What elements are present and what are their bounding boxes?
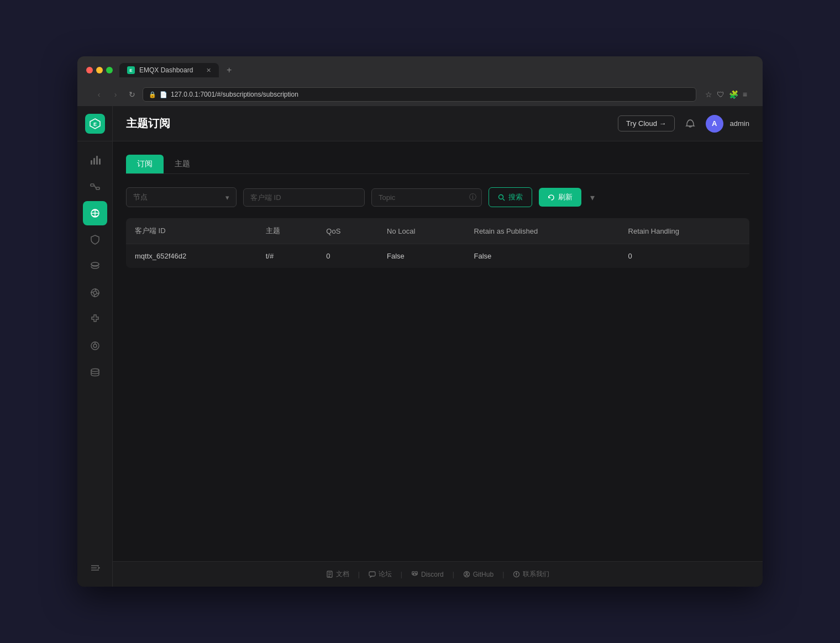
address-bar[interactable]: 🔒 📄 127.0.0.1:7001/#/subscriptions/subsc… [143, 87, 696, 102]
col-qos: QoS [317, 218, 378, 244]
browser-titlebar: E EMQX Dashboard ✕ + [86, 63, 754, 77]
extension-icon[interactable]: 🧩 [729, 90, 738, 99]
minimize-button[interactable] [96, 67, 103, 73]
svg-text:E: E [93, 122, 96, 127]
footer-link-forum[interactable]: 论坛 [369, 570, 392, 579]
footer-divider-4: | [502, 571, 504, 578]
svg-point-22 [499, 194, 503, 199]
browser-toolbar-icons: ☆ 🛡 🧩 ≡ [705, 90, 747, 99]
tab-navigation: 订阅 主题 [126, 155, 749, 174]
bookmark-icon[interactable]: ☆ [705, 90, 712, 99]
sidebar-logo: E [77, 106, 113, 141]
topic-filter: ⓘ [371, 188, 482, 207]
footer-discord-label: Discord [421, 571, 444, 578]
svg-rect-2 [91, 160, 92, 165]
sidebar-nav [83, 141, 107, 549]
sidebar-item-connection[interactable] [83, 175, 107, 199]
url-display: 127.0.0.1:7001/#/subscriptions/subscript… [171, 91, 298, 98]
user-avatar: A [706, 115, 723, 133]
col-client-id: 客户端 ID [126, 218, 257, 244]
footer-github-label: GitHub [473, 571, 494, 578]
sidebar-item-monitor[interactable] [83, 148, 107, 172]
back-button[interactable]: ‹ [93, 90, 105, 99]
svg-point-18 [91, 369, 99, 372]
node-select[interactable]: 节点 ▾ [126, 187, 237, 207]
sidebar-item-security[interactable] [83, 228, 107, 252]
sidebar-item-settings[interactable] [83, 281, 107, 305]
tab-title: EMQX Dashboard [139, 66, 193, 74]
traffic-lights [86, 67, 113, 73]
svg-rect-5 [99, 159, 101, 165]
client-id-input[interactable] [243, 188, 365, 207]
info-icon: ⓘ [469, 192, 476, 202]
address-bar-row: ‹ › ↻ 🔒 📄 127.0.0.1:7001/#/subscriptions… [86, 83, 754, 106]
cell-retain-as-published: False [465, 244, 620, 268]
footer-divider-3: | [453, 571, 454, 578]
browser-tab-active[interactable]: E EMQX Dashboard ✕ [119, 63, 219, 77]
browser-chrome: E EMQX Dashboard ✕ + ‹ › ↻ 🔒 📄 127.0.0.1… [77, 56, 763, 106]
sidebar-item-storage[interactable] [83, 360, 107, 384]
new-tab-button[interactable]: + [223, 64, 235, 76]
page-icon: 📄 [160, 91, 167, 98]
svg-rect-4 [96, 156, 98, 165]
cell-qos: 0 [317, 244, 378, 268]
chevron-down-icon: ▾ [225, 193, 229, 202]
svg-rect-6 [91, 184, 94, 186]
sidebar-collapse-button[interactable] [83, 556, 107, 580]
cell-retain-handling: 0 [620, 244, 749, 268]
menu-icon[interactable]: ≡ [743, 90, 747, 99]
cell-no-local: False [378, 244, 465, 268]
tab-topics[interactable]: 主题 [164, 155, 201, 173]
footer-link-github[interactable]: GitHub [463, 571, 494, 578]
notification-button[interactable] [681, 115, 699, 133]
col-no-local: No Local [378, 218, 465, 244]
sidebar: E [77, 106, 113, 587]
footer-link-contact[interactable]: 联系我们 [513, 570, 549, 579]
table-header-row: 客户端 ID 主题 QoS No Local [126, 218, 749, 244]
app-layout: E [77, 106, 763, 587]
filter-row: 节点 ▾ ⓘ 搜索 [126, 187, 749, 207]
user-name-label: admin [730, 119, 749, 128]
subscription-table: 客户端 ID 主题 QoS No Local [126, 218, 749, 268]
sidebar-item-subscription[interactable] [83, 201, 107, 225]
sidebar-item-data[interactable] [83, 254, 107, 278]
col-topic: 主题 [257, 218, 318, 244]
search-button-label: 搜索 [508, 192, 523, 202]
maximize-button[interactable] [106, 67, 113, 73]
header-right: Try Cloud → A admin [618, 115, 749, 133]
forward-button[interactable]: › [109, 90, 122, 99]
sidebar-item-diagnostics[interactable] [83, 334, 107, 358]
footer-docs-label: 文档 [336, 570, 349, 579]
shield-icon[interactable]: 🛡 [717, 90, 725, 99]
svg-point-29 [413, 573, 414, 575]
topic-input[interactable] [371, 188, 482, 207]
svg-line-8 [94, 185, 96, 188]
svg-rect-28 [369, 572, 375, 576]
svg-point-30 [415, 573, 416, 575]
footer-divider-2: | [401, 571, 402, 578]
page-body: 订阅 主题 节点 ▾ ⓘ [113, 141, 763, 561]
cell-client-id: mqttx_652f46d2 [126, 244, 257, 268]
main-content: 主题订阅 Try Cloud → A admin [113, 106, 763, 587]
page-title: 主题订阅 [126, 116, 170, 131]
tab-close-button[interactable]: ✕ [206, 67, 211, 74]
svg-point-32 [466, 573, 468, 575]
close-button[interactable] [86, 67, 93, 73]
reload-button[interactable]: ↻ [126, 90, 138, 99]
footer-forum-label: 论坛 [379, 570, 392, 579]
tab-subscriptions[interactable]: 订阅 [126, 155, 164, 173]
svg-rect-7 [96, 187, 99, 189]
sidebar-bottom [83, 549, 107, 587]
footer-link-discord[interactable]: Discord [411, 571, 444, 578]
lock-icon: 🔒 [149, 91, 156, 98]
app-header: 主题订阅 Try Cloud → A admin [113, 106, 763, 141]
refresh-button[interactable]: 刷新 [539, 188, 581, 207]
footer-link-docs[interactable]: 文档 [326, 570, 349, 579]
browser-window: E EMQX Dashboard ✕ + ‹ › ↻ 🔒 📄 127.0.0.1… [77, 56, 763, 587]
try-cloud-button[interactable]: Try Cloud → [618, 115, 674, 131]
tab-favicon: E [127, 66, 135, 74]
node-select-placeholder: 节点 [133, 192, 148, 202]
sidebar-item-extension[interactable] [83, 307, 107, 331]
search-button[interactable]: 搜索 [489, 187, 532, 207]
expand-filters-button[interactable]: ▾ [588, 190, 597, 205]
